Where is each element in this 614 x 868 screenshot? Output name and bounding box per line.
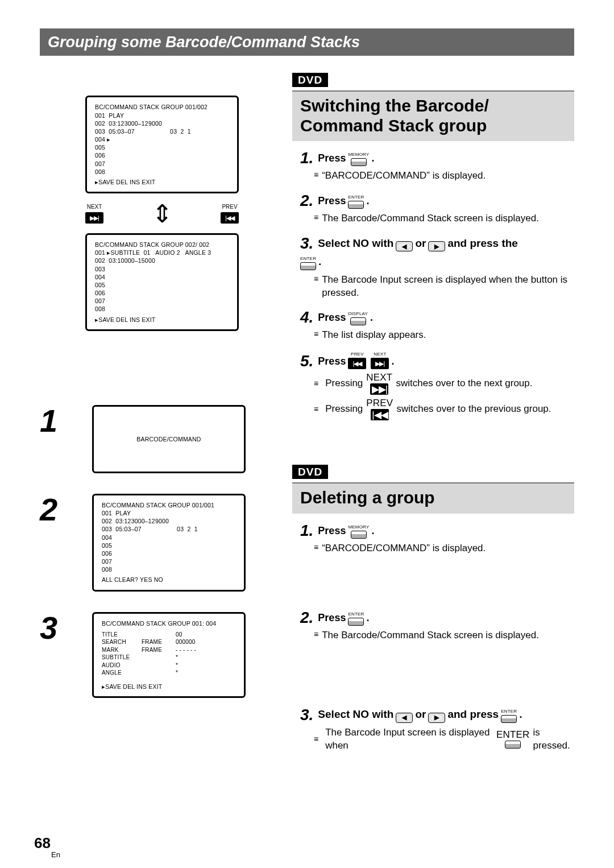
text: Pressing [325,403,363,416]
tbl-cell: 00 [176,631,210,639]
tbl-cell [142,654,176,662]
osd-b3: BC/COMMAND STACK GROUP 001: 004 TITLE00 … [92,612,246,698]
tbl-cell: 000000 [176,638,210,646]
step-num: 4. [300,309,313,325]
enter-key-icon: ENTER [348,195,364,209]
left-column: BC/COMMAND STACK GROUP 001/002 001 PLAY … [40,73,284,762]
text: is pressed. [533,726,574,753]
period: . [367,194,370,208]
text: switches over to the next group. [396,377,532,390]
tbl-cell: SEARCH [102,638,142,646]
page-header: Grouping some Barcode/Command Stacks [40,28,574,56]
memory-key-icon: MEMORY [348,152,369,166]
bullet-text: “BARCODE/COMMAND” is displayed. [322,170,486,183]
bullet-text: The Barcode Input screen is displayed wh… [322,274,574,300]
or: or [415,236,426,251]
memory-key-icon: MEMORY [348,525,369,539]
tbl-cell [142,631,176,639]
press-label: Press [318,354,346,368]
osd-footer: ▸SAVE DEL INS EXIT [95,316,229,324]
stepB3: 3. Select NO with ◀ or ▶ and press ENTER… [300,707,574,753]
tbl-cell: * [176,654,210,662]
step-num: 1. [300,523,313,539]
period: . [519,707,522,722]
osd-header: BC/COMMAND STACK GROUP 001/001 [102,501,236,509]
text: and press [447,707,499,722]
skip-next-icon: ▶▶| [85,212,103,224]
stepA1: 1. Press MEMORY . “BARCODE/COMMAND” is d… [300,150,574,183]
step-num: 5. [300,353,313,369]
big-step-3: 3 [40,612,85,644]
step-num: 3. [300,235,313,251]
step-num: 2. [300,193,313,209]
section-title: Switching the Barcode/ Command Stack gro… [300,96,566,135]
tbl-cell: - - - - - - [176,646,210,654]
tbl-cell [142,669,176,677]
text: and press the [447,236,518,251]
page-number: 68 [34,834,51,852]
section-title: Deleting a group [300,488,566,508]
dvd-tag: DVD [292,73,328,87]
osd-body: 001 PLAY 002 03:123000–129000 003 05:03–… [102,509,236,573]
period: . [367,611,370,625]
tbl-cell: ANGLE [102,669,142,677]
text: Pressing [325,377,363,390]
osd-group2: BC/COMMAND STACK GROUP 002/ 002 001 ▸SUB… [85,233,239,331]
stepB1: 1. Press MEMORY . “BARCODE/COMMAND” is d… [300,523,574,555]
tbl-cell: * [176,662,210,669]
bullet-text: “BARCODE/COMMAND” is displayed. [322,542,486,555]
tbl-cell: FRAME [142,646,176,654]
bullet-text: The list display appears. [322,329,426,342]
osd-footer: ALL CLEAR? YES NO [102,576,236,584]
right-column: DVD Switching the Barcode/ Command Stack… [284,73,574,762]
press-label: Press [318,151,346,165]
text: switches over to the previous group. [396,403,551,416]
osd-barcode: BARCODE/COMMAND [92,405,246,473]
next-key-icon: NEXT▶▶| [366,373,392,395]
display-key-icon: DISPLAY [348,312,368,325]
enter-key-icon: ENTER [501,709,517,723]
osd-header: BC/COMMAND STACK GROUP 002/ 002 [95,241,229,249]
stepA4: 4. Press DISPLAY . The list display appe… [300,309,574,342]
press-label: Press [318,311,346,324]
osd-b2: BC/COMMAND STACK GROUP 001/001 001 PLAY … [92,494,246,592]
enter-key-icon: ENTER [348,612,364,626]
tbl-cell: SUBTITLE [102,654,142,662]
prev-key-icon: PREV|◀◀ [348,352,366,369]
stepA5: 5. Press PREV|◀◀ NEXT▶▶| . Pressing NEXT… [300,352,574,420]
tbl-cell: * [176,669,210,677]
step-num: 1. [300,150,313,166]
section-switching: Switching the Barcode/ Command Stack gro… [292,90,574,141]
updown-arrow-icon: ⇕ [152,201,173,226]
right-arrow-icon: ▶ [428,241,445,251]
tbl-cell [142,662,176,669]
step-num: 2. [300,610,313,626]
lang-code: En [51,850,60,859]
prev-key-icon: PREV|◀◀ [366,398,393,420]
osd-footer: ▸SAVE DEL INS EXIT [95,178,229,186]
text: The Barcode Input screen is displayed wh… [325,726,493,753]
press-label: Press [318,524,346,538]
osd-header: BC/COMMAND STACK GROUP 001/002 [95,103,229,111]
big-step-1: 1 [40,405,85,437]
tbl-cell: AUDIO [102,662,142,669]
section-deleting: Deleting a group [292,482,574,514]
period: . [318,255,321,268]
osd-footer: ▸SAVE DEL INS EXIT [102,683,236,691]
skip-indicator: NEXT ▶▶| ⇕ PREV |◀◀ [85,201,239,226]
osd-body: 001 ▸SUBTITLE 01 AUDIO 2 ANGLE 3 002 03:… [95,249,229,313]
text: Select NO with [318,707,393,722]
osd-body: 001 PLAY 002 03:123000–129000 003 05:03–… [95,111,229,176]
text: Select NO with [318,236,393,251]
prev-label: PREV [222,204,237,210]
big-step-2: 2 [40,494,85,526]
right-arrow-icon: ▶ [428,713,445,723]
bullet-text: The Barcode/Command Stack screen is disp… [322,212,539,225]
next-key-icon: NEXT▶▶| [371,352,389,369]
stepA3: 3. Select NO with ◀ or ▶ and press the E… [300,235,574,299]
osd-group1: BC/COMMAND STACK GROUP 001/002 001 PLAY … [85,96,239,193]
osd-text: BARCODE/COMMAND [136,435,201,443]
step-num: 3. [300,707,313,723]
tbl-cell: TITLE [102,631,142,639]
enter-key-icon: ENTER [496,730,530,749]
